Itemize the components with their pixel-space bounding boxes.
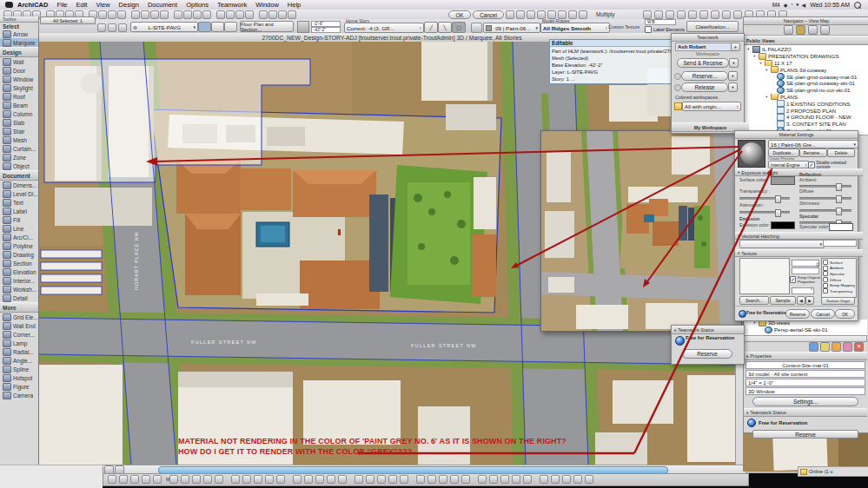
delete-button[interactable]: Delete xyxy=(827,148,855,157)
bottom-toolbar-icon-1[interactable] xyxy=(108,475,116,484)
engine-dropdown[interactable]: Internal Engine↕ xyxy=(768,161,810,168)
view-window-field[interactable]: 3D Window xyxy=(745,387,865,395)
toolbar-icon-28[interactable] xyxy=(288,10,296,19)
toolbar-icon-12[interactable] xyxy=(117,10,126,19)
tool-column[interactable]: Column xyxy=(0,109,38,118)
material-dialog-title[interactable]: Material Settings xyxy=(735,131,858,139)
toolbar-icon-25[interactable] xyxy=(259,10,268,19)
navigator-title[interactable]: Navigator – View Map xyxy=(744,17,868,25)
geometry-method-1[interactable] xyxy=(198,22,211,32)
bottom-toolbar-icon-11[interactable] xyxy=(231,475,240,484)
dialog-ok-button[interactable]: OK xyxy=(835,309,855,319)
specular-color-swatch[interactable] xyxy=(829,223,853,231)
home-story-dropdown[interactable]: Current: -4 (3. GR...↕ xyxy=(344,23,424,33)
tool-curtain[interactable]: Curtain... xyxy=(0,144,38,153)
reserve-button[interactable]: Reserve... xyxy=(681,71,728,81)
keep-proportion-checkbox[interactable]: ✓ Keep Original Proportion xyxy=(790,276,821,284)
toolbar-right-icon-2[interactable] xyxy=(654,10,663,19)
nav-item-presentation-drawings[interactable]: ▾PRESENTATION DRAWINGS xyxy=(744,53,868,60)
view-desc-field[interactable]: 3d model - All site context xyxy=(745,370,865,378)
status-reserve-button[interactable]: Reserve xyxy=(682,349,732,359)
release-options-button[interactable]: ▾ xyxy=(728,82,738,92)
rename-button[interactable]: Rename... xyxy=(799,148,827,157)
toolbar-icon-10[interactable] xyxy=(98,10,107,19)
tool-worksh[interactable]: Worksh... xyxy=(0,285,38,293)
bottom-toolbar-icon-2[interactable] xyxy=(119,475,128,484)
menu-help[interactable]: Help xyxy=(283,1,305,9)
toolbox-section-design[interactable]: Design xyxy=(0,47,38,57)
channel-surface[interactable]: Surface xyxy=(823,260,855,266)
channel-diffuse[interactable]: Diffuse xyxy=(823,277,855,283)
toolbar-icon-15[interactable] xyxy=(150,10,159,19)
bottom-toolbar-icon-7[interactable] xyxy=(181,475,189,484)
toolbar-icon-21[interactable] xyxy=(216,10,225,19)
arrow-cursor-icon[interactable] xyxy=(97,23,106,32)
nav-item-1-existing-conditions[interactable]: 1 EXISTING CONDITIONS xyxy=(744,100,868,107)
tool-grid-ele[interactable]: Grid Ele... xyxy=(0,313,38,321)
nav-arrow-icon-1[interactable] xyxy=(506,10,514,19)
properties-header[interactable]: ▾Properties xyxy=(744,352,867,360)
eye-icon[interactable] xyxy=(118,23,127,32)
elevation-bottom-field[interactable]: -42'-2" xyxy=(311,27,341,33)
roof-pitch-3[interactable]: ▢ xyxy=(452,22,466,33)
texture-search-button[interactable]: Search... xyxy=(739,296,769,305)
bottom-toolbar-icon-27[interactable] xyxy=(427,475,436,484)
nav-item-2-proposed-plan[interactable]: 2 PROPOSED PLAN xyxy=(744,107,868,114)
toolbar-icon-11[interactable] xyxy=(108,10,116,19)
publisher-icon[interactable] xyxy=(820,25,830,35)
selected-tab[interactable]: All Selected: 1 xyxy=(40,16,96,24)
bottom-toolbar-icon-39[interactable] xyxy=(573,475,582,484)
bottom-toolbar-icon-3[interactable] xyxy=(130,475,139,484)
online-status[interactable]: Online (1 u xyxy=(798,466,868,477)
view-name-field[interactable]: Context-Site-mat-01 xyxy=(745,361,865,369)
bottom-toolbar-icon-34[interactable] xyxy=(512,475,520,484)
surface-color-swatch[interactable] xyxy=(771,176,795,185)
toolbar-right-icon-5[interactable] xyxy=(688,10,697,19)
view-settings-button[interactable]: Settings... xyxy=(752,397,858,406)
toolbox-section-document[interactable]: Document xyxy=(0,170,38,181)
tool-text[interactable]: Text xyxy=(0,198,38,207)
tool-interior[interactable]: Interior... xyxy=(0,276,38,285)
tool-figure[interactable]: Figure xyxy=(0,382,38,391)
tool-corner[interactable]: Corner... xyxy=(0,330,38,339)
tool-wall[interactable]: Wall xyxy=(0,57,38,66)
bottom-toolbar-icon-35[interactable] xyxy=(523,475,532,484)
bottom-toolbar-icon-12[interactable] xyxy=(242,475,251,484)
nav-item-4-ground-floor-new[interactable]: 4 GROUND FLOOR - NEW xyxy=(744,114,868,121)
bottom-toolbar-icon-24[interactable] xyxy=(388,475,397,484)
geometry-method-3[interactable] xyxy=(224,22,237,32)
classification-button[interactable]: Classification... xyxy=(686,21,739,32)
next-texture-button[interactable]: ▶ xyxy=(805,296,814,305)
workspace-section-label[interactable]: Workspace xyxy=(672,51,744,56)
tool-angle[interactable]: Angle... xyxy=(0,356,38,365)
bottom-toolbar-icon-25[interactable] xyxy=(400,475,408,484)
floor-plan-section-button[interactable]: Floor Plan and Section... xyxy=(240,21,294,32)
tool-section[interactable]: Section xyxy=(0,259,38,267)
menu-options[interactable]: Options xyxy=(182,1,213,9)
menu-view[interactable]: View xyxy=(91,1,114,9)
reference-3d-window[interactable] xyxy=(540,130,742,332)
nav-teamwork-status-header[interactable]: ▾Teamwork Status xyxy=(744,408,867,417)
bottom-toolbar-icon-16[interactable] xyxy=(293,475,301,484)
menu-file[interactable]: File xyxy=(52,1,71,9)
menu-status-icon-1[interactable]: ◆ xyxy=(784,2,788,8)
bottom-toolbar-icon-10[interactable] xyxy=(215,475,223,484)
channel-ambient[interactable]: Ambient xyxy=(823,266,855,272)
tool-elevation[interactable]: Elevation xyxy=(0,267,38,276)
tool-arrow[interactable]: Arrow xyxy=(0,30,38,38)
tool-polyline[interactable]: Polyline xyxy=(0,241,38,250)
bottom-toolbar-icon-14[interactable] xyxy=(265,475,274,484)
nav-item-se-plan-grnd-no-cut-skt-01[interactable]: SE-plan-grnd-no-cut-skt-01 xyxy=(744,87,868,94)
id-field[interactable]: W.B xyxy=(645,19,676,25)
vectorial-hatching-section[interactable]: ▾Vectorial Hatching xyxy=(735,232,863,240)
toolbar-right-icon-4[interactable] xyxy=(677,10,686,19)
label-elements-checkbox[interactable]: Label Elements xyxy=(645,26,685,33)
bottom-toolbar-icon-20[interactable] xyxy=(338,475,347,484)
bottom-toolbar-icon-5[interactable] xyxy=(153,475,162,484)
channel-transparency[interactable]: Transparency xyxy=(823,288,855,294)
texture-section[interactable]: ▾Texture xyxy=(735,249,863,257)
bottom-toolbar-icon-40[interactable] xyxy=(585,475,593,484)
tool-object[interactable]: Object xyxy=(0,162,38,170)
bottom-toolbar-icon-23[interactable] xyxy=(377,475,386,484)
toolbar-right-icon-9[interactable] xyxy=(733,10,742,19)
